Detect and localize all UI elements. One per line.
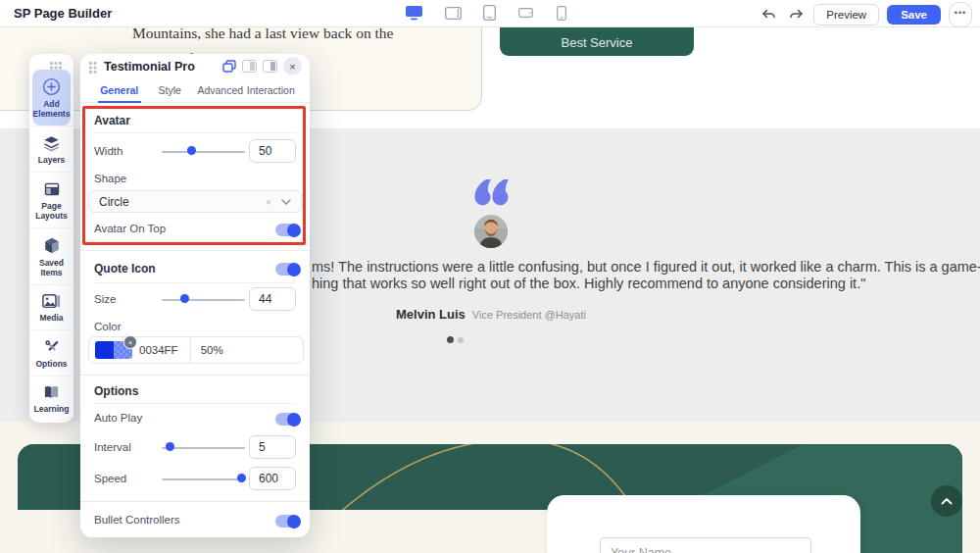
- pagination-dot-active[interactable]: [447, 336, 454, 343]
- sidebar-item-label: Learning: [34, 404, 70, 414]
- width-input[interactable]: [249, 139, 296, 163]
- shape-select[interactable]: Circle ×: [88, 190, 302, 213]
- device-phone-landscape-icon[interactable]: [514, 4, 537, 22]
- sidebar-item-label: Saved Items: [30, 258, 73, 277]
- color-hex-value[interactable]: 0034FF: [139, 344, 178, 356]
- sidebar-item-label: Add Elements: [33, 99, 71, 119]
- testimonial-text-line2: hing that works so well right out of the…: [312, 276, 865, 291]
- size-input[interactable]: [249, 287, 296, 311]
- sidebar-item-page-layouts[interactable]: Page Layouts: [29, 172, 74, 227]
- auto-play-toggle[interactable]: [275, 413, 300, 426]
- save-button[interactable]: Save: [887, 5, 941, 25]
- color-alpha-value[interactable]: 50%: [201, 344, 223, 356]
- close-icon[interactable]: ×: [283, 57, 302, 75]
- sidebar-item-label: Layers: [38, 155, 65, 165]
- size-slider[interactable]: [162, 294, 245, 304]
- width-slider[interactable]: [162, 146, 245, 156]
- your-name-input[interactable]: [600, 537, 811, 553]
- auto-play-label: Auto Play: [94, 412, 142, 424]
- panel-tabs: General Style Advanced Interaction: [80, 78, 310, 103]
- options-section-heading: Options: [94, 384, 138, 398]
- more-options-button[interactable]: •••: [949, 2, 972, 27]
- dock-left-icon[interactable]: [242, 60, 257, 73]
- scroll-to-top-button[interactable]: [931, 485, 962, 517]
- book-icon: [42, 384, 61, 401]
- speed-label: Speed: [94, 473, 126, 484]
- sidebar-drag-handle-icon[interactable]: [29, 58, 74, 70]
- sidebar-item-options[interactable]: Options: [29, 329, 74, 376]
- speed-input[interactable]: [249, 467, 296, 490]
- media-icon: [42, 293, 61, 310]
- quote-icon-heading: Quote Icon: [94, 262, 156, 276]
- sidebar-item-label: Page Layouts: [30, 201, 73, 221]
- plus-circle-icon: [42, 77, 61, 96]
- chevron-up-icon: [941, 497, 953, 505]
- author-name: Melvin Luis: [396, 307, 466, 322]
- bullet-controllers-label: Bullet Controllers: [94, 514, 180, 526]
- builder-sidebar: Add Elements Layers Page Layouts Saved I…: [29, 54, 74, 423]
- chevron-down-icon: [281, 199, 291, 205]
- quote-icon: [472, 177, 512, 209]
- copy-panel-icon[interactable]: [222, 60, 236, 73]
- best-service-badge: Best Service: [500, 26, 694, 56]
- sidebar-item-saved-items[interactable]: Saved Items: [29, 227, 74, 284]
- size-label: Size: [94, 293, 116, 305]
- avatar-on-top-label: Avatar On Top: [94, 223, 166, 234]
- device-tablet-portrait-icon[interactable]: [477, 4, 501, 22]
- color-field[interactable]: × 0034FF 50%: [88, 336, 304, 364]
- redo-icon[interactable]: [786, 5, 806, 25]
- panel-drag-handle-icon[interactable]: [89, 62, 92, 65]
- device-tablet-landscape-icon[interactable]: [441, 4, 465, 22]
- shape-label: Shape: [94, 173, 126, 184]
- bullet-controllers-toggle[interactable]: [275, 515, 300, 528]
- tools-icon: [43, 338, 61, 356]
- testimonial-text-line1: ms! The instructions were a little confu…: [312, 259, 980, 275]
- interval-input[interactable]: [249, 435, 296, 459]
- interval-label: Interval: [94, 441, 131, 453]
- contact-form-card: [547, 495, 860, 553]
- color-swatch[interactable]: ×: [95, 341, 132, 359]
- hero-quote-line1: Mountains, she had a last view back on t…: [132, 26, 393, 46]
- sidebar-item-layers[interactable]: Layers: [29, 126, 74, 172]
- layers-icon: [42, 134, 61, 152]
- tab-advanced[interactable]: Advanced: [195, 78, 246, 102]
- width-label: Width: [94, 145, 122, 157]
- panel-title: Testimonial Pro: [104, 60, 195, 74]
- testimonial-pro-panel: Testimonial Pro × General Style Advanced…: [80, 54, 310, 537]
- pagination-dot[interactable]: [458, 337, 464, 343]
- cube-icon: [43, 236, 61, 255]
- app-title: SP Page Builder: [14, 6, 112, 21]
- preview-button[interactable]: Preview: [813, 4, 879, 25]
- sidebar-item-label: Media: [39, 313, 63, 323]
- author-role: Vice President @Hayati: [472, 309, 586, 321]
- device-desktop-icon[interactable]: [402, 4, 425, 22]
- remove-color-icon[interactable]: ×: [123, 335, 137, 349]
- avatar-section-heading: Avatar: [94, 114, 130, 127]
- speed-slider[interactable]: [162, 474, 245, 483]
- avatar-on-top-toggle[interactable]: [275, 224, 300, 236]
- shape-select-value: Circle: [99, 195, 129, 209]
- dock-right-icon[interactable]: [263, 60, 277, 73]
- tab-style[interactable]: Style: [145, 78, 196, 102]
- device-phone-portrait-icon[interactable]: [550, 4, 573, 22]
- undo-icon[interactable]: [759, 5, 778, 25]
- top-toolbar: SP Page Builder: [0, 0, 980, 27]
- tab-interaction[interactable]: Interaction: [246, 78, 297, 102]
- sidebar-item-add-elements[interactable]: Add Elements: [32, 70, 71, 126]
- sidebar-item-learning[interactable]: Learning: [29, 376, 74, 421]
- sidebar-item-label: Options: [35, 359, 67, 369]
- testimonial-author: Melvin Luis Vice President @Hayati: [396, 307, 586, 322]
- interval-slider[interactable]: [162, 442, 245, 452]
- sidebar-item-media[interactable]: Media: [29, 284, 74, 329]
- page-layout-icon: [43, 180, 61, 198]
- panel-header: Testimonial Pro ×: [80, 54, 310, 78]
- color-label: Color: [94, 321, 121, 332]
- testimonial-avatar: [474, 215, 508, 248]
- quote-icon-toggle[interactable]: [275, 263, 300, 276]
- clear-icon[interactable]: ×: [266, 196, 271, 208]
- tab-general[interactable]: General: [94, 78, 145, 102]
